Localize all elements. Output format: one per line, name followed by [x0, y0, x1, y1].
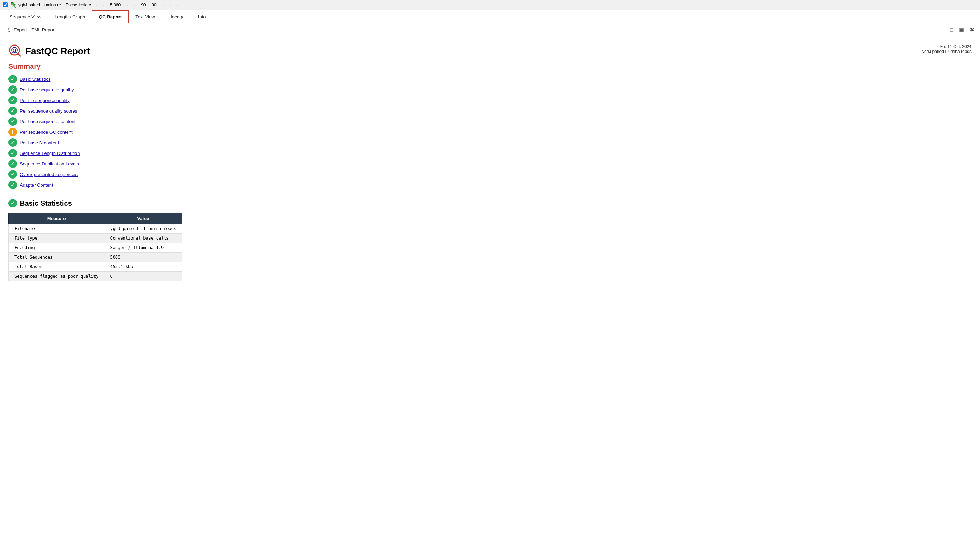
col-header-value: Value — [104, 214, 182, 224]
per-sequence-gc-content-link[interactable]: Per sequence GC content — [20, 129, 73, 135]
summary-item-per-base-n-content: ✓Per base N content — [8, 138, 972, 147]
basic-statistics-status-icon: ✓ — [8, 75, 17, 83]
per-base-sequence-content-status-icon: ✓ — [8, 117, 17, 126]
table-row: Total Bases455.4 kbp — [9, 262, 182, 272]
per-tile-sequence-quality-status-icon: ✓ — [8, 96, 17, 104]
export-label: Export HTML Report — [14, 27, 56, 32]
summary-item-per-base-sequence-content: ✓Per base sequence content — [8, 117, 972, 126]
col6: 90 — [151, 2, 156, 7]
basic-statistics-table: Measure Value FilenameyghJ paired Illumi… — [8, 213, 182, 281]
report-sample: yghJ paired Illumina reads — [922, 49, 972, 54]
tab-text-view[interactable]: Text View — [129, 10, 161, 23]
sequence-duplication-levels-link[interactable]: Sequence Duplication Levels — [20, 161, 79, 166]
sequence-duplication-levels-status-icon: ✓ — [8, 160, 17, 168]
measure-cell: Encoding — [9, 243, 104, 253]
summary-item-adapter-content: ✓Adapter Content — [8, 180, 972, 189]
fastqc-logo-icon: Q — [8, 44, 22, 58]
col9: - — [177, 2, 178, 7]
tab-lineage[interactable]: Lineage — [162, 10, 191, 23]
col5: 90 — [141, 2, 146, 7]
summary-list: ✓Basic Statistics✓Per base sequence qual… — [8, 75, 972, 189]
value-cell: 5060 — [104, 253, 182, 262]
overrepresented-sequences-link[interactable]: Overrepresented sequences — [20, 172, 78, 177]
fastqc-header: Q FastQC Report — [8, 44, 90, 58]
per-sequence-gc-content-status-icon: ! — [8, 128, 17, 136]
col1: - — [103, 2, 104, 7]
table-row: File typeConventional base calls — [9, 234, 182, 243]
per-sequence-quality-scores-status-icon: ✓ — [8, 107, 17, 115]
summary-item-basic-statistics: ✓Basic Statistics — [8, 75, 972, 83]
col-header-measure: Measure — [9, 214, 104, 224]
sequence-length-distribution-link[interactable]: Sequence Length Distribution — [20, 151, 80, 156]
measure-cell: Sequences flagged as poor quality — [9, 272, 104, 281]
per-base-n-content-status-icon: ✓ — [8, 138, 17, 147]
export-icon: ⇪ — [7, 27, 12, 33]
per-base-sequence-quality-status-icon: ✓ — [8, 85, 17, 94]
toolbar-right: □ ▣ ✖ — [948, 25, 976, 35]
measure-cell: Filename — [9, 224, 104, 234]
toolbar: ⇪ Export HTML Report □ ▣ ✖ — [0, 23, 980, 37]
summary-item-sequence-length-distribution: ✓Sequence Length Distribution — [8, 149, 972, 157]
summary-item-overrepresented-sequences: ✓Overrepresented sequences — [8, 170, 972, 179]
tab-sequence-view[interactable]: Sequence View — [3, 10, 48, 23]
adapter-content-link[interactable]: Adapter Content — [20, 182, 53, 188]
col7: - — [162, 2, 164, 7]
favicon-icon: 🦎 — [10, 2, 17, 8]
col2: 5,060 — [110, 2, 121, 7]
summary-item-sequence-duplication-levels: ✓Sequence Duplication Levels — [8, 160, 972, 168]
tab-info[interactable]: Info — [191, 10, 213, 23]
measure-cell: Total Sequences — [9, 253, 104, 262]
value-cell: 455.4 kbp — [104, 262, 182, 272]
svg-text:Q: Q — [13, 48, 16, 53]
value-cell: 0 — [104, 272, 182, 281]
adapter-content-status-icon: ✓ — [8, 180, 17, 189]
per-tile-sequence-quality-link[interactable]: Per tile sequence quality — [20, 98, 70, 103]
tab-qc-report[interactable]: QC Report — [92, 10, 129, 23]
window-icon-2[interactable]: ▣ — [958, 25, 966, 35]
measure-cell: File type — [9, 234, 104, 243]
summary-title: Summary — [8, 62, 972, 70]
per-base-sequence-quality-link[interactable]: Per base sequence quality — [20, 87, 74, 93]
summary-item-per-sequence-quality-scores: ✓Per sequence quality scores — [8, 107, 972, 115]
per-sequence-quality-scores-link[interactable]: Per sequence quality scores — [20, 109, 77, 113]
value-cell: Conventional base calls — [104, 234, 182, 243]
per-base-sequence-content-link[interactable]: Per base sequence content — [20, 119, 75, 124]
basic-statistics-title: Basic Statistics — [20, 200, 72, 208]
svg-line-2 — [18, 54, 21, 56]
sequence-length-distribution-status-icon: ✓ — [8, 149, 17, 157]
report-date: Fri. 11 Oct. 2024 — [922, 44, 972, 49]
col8: - — [170, 2, 171, 7]
col4: - — [134, 2, 135, 7]
value-cell: yghJ paired Illumina reads — [104, 224, 182, 234]
value-cell: Sanger / Illumina 1.9 — [104, 243, 182, 253]
summary-item-per-sequence-gc-content: !Per sequence GC content — [8, 128, 972, 136]
report-title: FastQC Report — [25, 46, 90, 57]
table-row: Sequences flagged as poor quality0 — [9, 272, 182, 281]
table-row: EncodingSanger / Illumina 1.9 — [9, 243, 182, 253]
row-checkbox[interactable] — [3, 2, 8, 7]
per-base-n-content-link[interactable]: Per base N content — [20, 140, 59, 145]
measure-cell: Total Bases — [9, 262, 104, 272]
top-bar: 🦎 yghJ paired Illumina re... Escherichia… — [0, 0, 980, 10]
window-icon-3[interactable]: ✖ — [968, 25, 976, 35]
nav-tabs: Sequence View Lengths Graph QC Report Te… — [0, 10, 980, 23]
basic-stats-status-icon: ✓ — [8, 199, 17, 208]
summary-item-per-base-sequence-quality: ✓Per base sequence quality — [8, 85, 972, 94]
basic-statistics-header: ✓ Basic Statistics — [8, 199, 972, 208]
overrepresented-sequences-status-icon: ✓ — [8, 170, 17, 179]
tab-lengths-graph[interactable]: Lengths Graph — [48, 10, 92, 23]
basic-statistics-link[interactable]: Basic Statistics — [20, 77, 51, 82]
tab-subtitle: Escherichia c... - — [65, 2, 97, 7]
export-html-button[interactable]: ⇪ Export HTML Report — [4, 26, 59, 35]
main-content: Q FastQC Report Fri. 11 Oct. 2024 yghJ p… — [0, 37, 980, 549]
table-row: Total Sequences5060 — [9, 253, 182, 262]
report-meta: Fri. 11 Oct. 2024 yghJ paired Illumina r… — [922, 44, 972, 54]
window-icon-1[interactable]: □ — [948, 25, 955, 35]
summary-item-per-tile-sequence-quality: ✓Per tile sequence quality — [8, 96, 972, 104]
table-row: FilenameyghJ paired Illumina reads — [9, 224, 182, 234]
col3: - — [127, 2, 128, 7]
tab-title: yghJ paired Illumina re... — [18, 2, 65, 7]
